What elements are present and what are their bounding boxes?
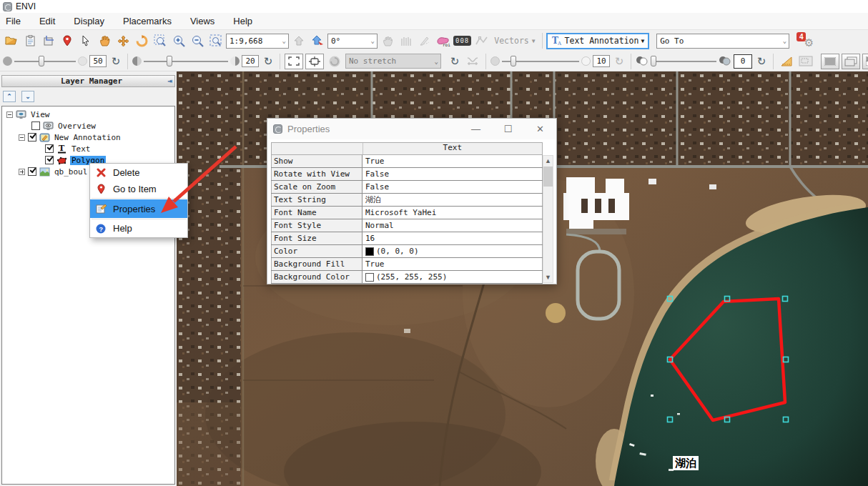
move-layer-up-button[interactable]: ⌃ — [3, 91, 16, 102]
rotate-view-icon[interactable] — [133, 32, 150, 49]
prop-value[interactable]: False — [362, 168, 543, 180]
refresh-transparency-icon[interactable]: ↻ — [109, 55, 123, 68]
menu-views[interactable]: Views — [190, 16, 214, 26]
zoom-in-icon[interactable] — [170, 32, 187, 49]
brightness-slider[interactable] — [144, 61, 228, 62]
tree-item-new-annotation[interactable]: New Annotation — [2, 132, 174, 143]
placemark-icon[interactable] — [59, 32, 76, 49]
minimize-icon[interactable]: — — [460, 124, 492, 134]
raster-checkbox[interactable] — [28, 167, 36, 176]
contrast-slider[interactable] — [502, 61, 579, 62]
scroll-down-icon[interactable]: ▼ — [543, 272, 553, 282]
move-layer-down-button[interactable]: ⌄ — [21, 91, 34, 102]
prop-value[interactable]: 16 — [362, 232, 543, 244]
polygon-checkbox[interactable] — [45, 156, 54, 164]
prop-value[interactable]: False — [362, 181, 543, 193]
split-views-button[interactable] — [862, 54, 868, 69]
close-icon[interactable]: ✕ — [524, 124, 556, 134]
tree-item-text[interactable]: T Text — [2, 143, 174, 154]
roi-tool-icon[interactable]: roi — [435, 32, 452, 49]
dock-panel-icon[interactable]: ⇥ — [167, 76, 172, 86]
select-cursor-icon[interactable] — [77, 32, 94, 49]
layer-order-buttons: ⌃ ⌄ — [3, 91, 34, 102]
scroll-up-icon[interactable]: ▲ — [543, 156, 553, 166]
full-extent-select-button[interactable] — [285, 54, 303, 69]
brightness-value-field[interactable]: 20 — [242, 55, 259, 67]
transparency-slider[interactable] — [14, 61, 76, 62]
refresh-stretch-icon[interactable]: ↻ — [448, 55, 462, 68]
chevron-down-icon: ▼ — [532, 38, 536, 44]
menu-display[interactable]: Display — [74, 16, 104, 26]
pan-hand-icon[interactable] — [96, 32, 113, 49]
menu-item-goto[interactable]: Go to Item — [90, 181, 187, 197]
menu-item-help[interactable]: ? Help — [90, 220, 187, 237]
process-notifications-button[interactable]: ⚙ 4 — [797, 32, 814, 49]
tree-label-new-annotation[interactable]: New Annotation — [53, 133, 122, 142]
zoom-scale-combobox[interactable]: 1:9,668⌄ — [226, 34, 289, 49]
collapse-icon[interactable] — [19, 134, 25, 141]
menu-file[interactable]: File — [6, 16, 21, 26]
chip-view-icon[interactable] — [40, 32, 57, 49]
help-icon: ? — [95, 223, 107, 234]
prop-value[interactable]: (255, 255, 255) — [362, 271, 543, 283]
transparency-clear-icon — [78, 56, 87, 66]
new-annotation-checkbox[interactable] — [28, 133, 36, 142]
crosshair-select-button[interactable] — [305, 54, 324, 69]
collapse-icon[interactable] — [6, 111, 13, 118]
prop-value[interactable]: Microsoft YaHei — [362, 207, 543, 219]
transparency-value-field[interactable]: 50 — [89, 55, 107, 67]
menu-item-delete[interactable]: Delete — [90, 164, 187, 181]
refresh-brightness-icon[interactable]: ↻ — [261, 55, 275, 68]
sharpen-value-field[interactable]: 0 — [734, 54, 752, 69]
sharpen-slider[interactable] — [651, 61, 716, 62]
menu-edit[interactable]: Edit — [39, 16, 55, 26]
tree-item-view[interactable]: View — [2, 109, 174, 120]
tree-label-text[interactable]: Text — [70, 144, 92, 154]
lake-text-annotation[interactable]: 湖泊 — [673, 456, 699, 470]
text-annotation-button[interactable]: TA Text Annotation ▼ — [546, 33, 650, 49]
raster-values-icon[interactable]: 008 — [453, 36, 471, 46]
previous-extent-icon[interactable] — [290, 32, 307, 49]
text-checkbox[interactable] — [45, 144, 54, 153]
refresh-sharpen-icon[interactable]: ↻ — [754, 55, 769, 68]
zoom-out-icon[interactable] — [189, 32, 206, 49]
maximize-icon[interactable]: ☐ — [492, 124, 524, 134]
fly-move-icon[interactable] — [114, 32, 132, 49]
prop-value[interactable]: True — [362, 258, 543, 270]
tree-label-raster[interactable]: qb_boul — [53, 167, 89, 177]
rotation-combobox[interactable]: 0°⌄ — [327, 34, 378, 49]
dialog-scrollbar[interactable]: ▲ ▼ — [543, 155, 553, 283]
open-file-icon[interactable] — [3, 32, 20, 49]
background-color-swatch[interactable] — [365, 273, 374, 282]
tree-label-view[interactable]: View — [29, 110, 51, 119]
zoom-fit-icon[interactable] — [152, 32, 169, 49]
overview-checkbox[interactable] — [31, 122, 40, 130]
chevron-down-icon: ⌄ — [435, 58, 438, 65]
menu-item-properties[interactable]: Properties — [90, 199, 187, 218]
prop-name: Scale on Zoom — [271, 181, 362, 193]
goto-combobox[interactable]: Go To⌄ — [656, 34, 789, 49]
dialog-title-bar[interactable]: Properties — ☐ ✕ — [267, 119, 556, 139]
multiple-views-button[interactable] — [842, 54, 860, 69]
prop-value[interactable]: Normal — [362, 219, 543, 232]
single-view-button[interactable] — [821, 54, 839, 69]
measurement-ruler-icon[interactable] — [778, 53, 795, 70]
layer-manager-header[interactable]: Layer Manager ⇥ — [1, 75, 175, 87]
tree-label-overview[interactable]: Overview — [56, 122, 97, 131]
expand-icon[interactable] — [19, 169, 25, 175]
data-manager-icon[interactable] — [21, 32, 39, 49]
color-swatch[interactable] — [365, 247, 374, 256]
contrast-value-field[interactable]: 10 — [593, 55, 610, 67]
prop-value[interactable]: (0, 0, 0) — [362, 245, 543, 257]
menu-help[interactable]: Help — [233, 16, 252, 26]
zoom-rect-icon[interactable] — [207, 32, 225, 49]
menu-placemarks[interactable]: Placemarks — [123, 16, 172, 26]
svg-text:roi: roi — [443, 42, 450, 47]
prop-value[interactable]: True — [362, 155, 543, 167]
sharpen-low-icon — [636, 55, 648, 68]
table-row: Rotate with ViewFalse — [271, 168, 543, 181]
prop-value[interactable]: 湖泊 — [362, 194, 543, 206]
fly-to-icon[interactable] — [309, 32, 326, 49]
tree-item-overview[interactable]: Overview — [2, 120, 174, 132]
scrollbar-thumb[interactable] — [543, 167, 553, 187]
